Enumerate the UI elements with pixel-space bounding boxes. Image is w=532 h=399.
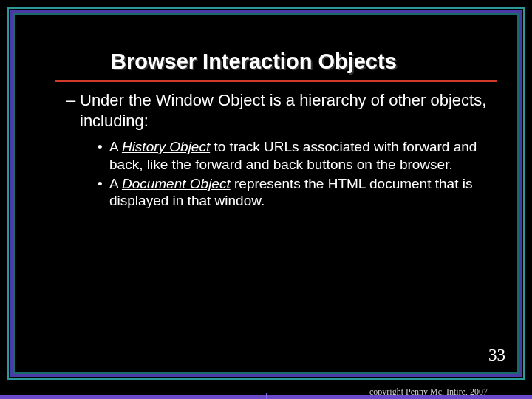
bottom-accent-bar xyxy=(0,395,532,399)
dash-bullet: – xyxy=(66,90,75,111)
slide-frame: Browser Interaction Objects – Under the … xyxy=(13,13,519,374)
bullet-em: History Object xyxy=(122,139,210,154)
bullet-prefix: A xyxy=(109,139,122,154)
list-item: A Document Object represents the HTML do… xyxy=(109,175,494,211)
page-number: 33 xyxy=(488,346,505,365)
bullet-prefix: A xyxy=(109,176,122,191)
bullet-list: A History Object to track URLs associate… xyxy=(109,138,494,210)
title-underline xyxy=(55,80,497,82)
intro-text: Under the Window Object is a hierarchy o… xyxy=(80,91,486,130)
intro-paragraph: – Under the Window Object is a hierarchy… xyxy=(80,90,494,211)
list-item: A History Object to track URLs associate… xyxy=(109,138,494,174)
slide-title: Browser Interaction Objects xyxy=(111,50,397,74)
bullet-em: Document Object xyxy=(122,176,231,191)
